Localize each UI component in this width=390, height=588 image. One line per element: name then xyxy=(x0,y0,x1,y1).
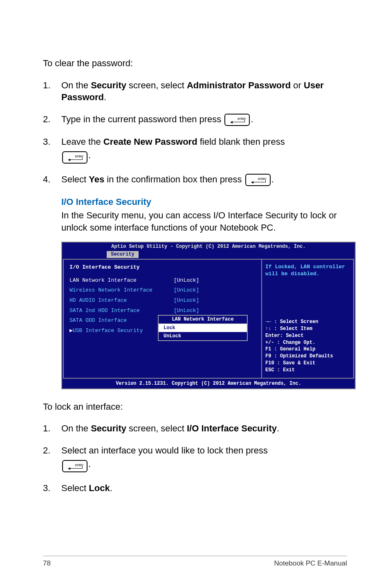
bios-item-label: SATA 2nd HDD Interface xyxy=(69,307,174,314)
bios-item-value: [UnLock] xyxy=(174,277,199,284)
bold-io-interface: I/O Interface Security xyxy=(187,423,277,433)
steps-list-1: On the Security screen, select Administr… xyxy=(43,79,347,186)
bold-security: Security xyxy=(91,423,126,433)
bios-popup-title: LAN Network Interface xyxy=(159,316,247,323)
bios-popup-option-unlock: UnLock xyxy=(159,332,247,340)
text: . xyxy=(271,174,274,184)
enter-key-icon xyxy=(62,151,87,164)
bios-key-line: F1 : General Help xyxy=(265,346,350,353)
step-3: Select Lock. xyxy=(43,482,347,494)
text: screen, select xyxy=(126,423,187,433)
intro-text-2: To lock an interface: xyxy=(43,401,347,413)
bios-item-value: [UnLock] xyxy=(174,287,199,294)
bios-item-label: Wireless Network Interface xyxy=(69,287,174,294)
text: . xyxy=(88,150,91,160)
text: screen, select xyxy=(126,80,187,90)
text: or xyxy=(291,80,304,90)
step-1: On the Security screen, select Administr… xyxy=(43,79,347,103)
bios-row: LAN Network Interface [UnLock] xyxy=(69,277,256,284)
bold-admin-pw: Administrator Password xyxy=(187,80,291,90)
enter-key-icon xyxy=(245,174,271,186)
enter-key-icon xyxy=(224,114,250,126)
bios-popup: LAN Network Interface Lock UnLock xyxy=(158,315,248,341)
bios-key-line: ESC : Exit xyxy=(265,367,350,374)
footer-title: Notebook PC E-Manual xyxy=(274,559,347,568)
text: Leave the xyxy=(61,137,103,147)
bios-item-label: LAN Network Interface xyxy=(69,277,174,284)
bios-right-panel: If Locked, LAN controller will be disabl… xyxy=(262,259,354,378)
step-2: Type in the current password then press … xyxy=(43,113,347,126)
intro-text: To clear the password: xyxy=(43,57,347,70)
text: On the xyxy=(61,423,91,433)
bios-item-value: [UnLock] xyxy=(174,297,199,304)
bios-screenshot: Aptio Setup Utility - Copyright (C) 2012… xyxy=(61,242,356,389)
text: . xyxy=(88,459,91,469)
bold-security: Security xyxy=(91,80,126,90)
bios-key-line: →← : Select Screen xyxy=(265,319,350,325)
bios-hint-text: If Locked, LAN controller will be disabl… xyxy=(265,264,350,278)
step-3: Leave the Create New Password field blan… xyxy=(43,136,347,164)
steps-list-2: On the Security screen, select I/O Inter… xyxy=(43,422,347,494)
step-4: Select Yes in the confirmation box then … xyxy=(43,173,347,186)
section-heading: I/O Interface Security xyxy=(61,196,347,208)
bios-body: I/O Interface Security LAN Network Inter… xyxy=(62,258,355,379)
bios-row: HD AUDIO Interface [UnLock] xyxy=(69,297,256,304)
bios-row: Wireless Network Interface [UnLock] xyxy=(69,287,256,294)
bios-panel-title: I/O Interface Security xyxy=(69,264,256,271)
arrow-icon: ▶ xyxy=(69,327,73,334)
step-2: Select an interface you would like to lo… xyxy=(43,444,347,472)
bios-popup-body: Lock UnLock xyxy=(159,324,247,340)
section-description: In the Security menu, you can access I/O… xyxy=(61,209,347,233)
bios-key-line: ↑↓ : Select Item xyxy=(265,325,350,332)
bios-left-panel: I/O Interface Security LAN Network Inter… xyxy=(63,259,262,378)
document-content: To clear the password: On the Security s… xyxy=(43,57,347,494)
text: . xyxy=(110,483,112,493)
enter-key-icon xyxy=(62,460,87,472)
bios-key-line: F9 : Optimized Defaults xyxy=(265,353,350,360)
bios-footer: Version 2.15.1231. Copyright (C) 2012 Am… xyxy=(62,379,355,388)
text: On the xyxy=(61,80,91,90)
text: . xyxy=(104,92,106,102)
bold-lock: Lock xyxy=(89,483,110,493)
step-1: On the Security screen, select I/O Inter… xyxy=(43,422,347,435)
bios-header: Aptio Setup Utility - Copyright (C) 2012… xyxy=(62,242,355,258)
text: . xyxy=(251,114,253,124)
bios-key-line: +/- : Change Opt. xyxy=(265,339,350,346)
bold-yes: Yes xyxy=(89,174,104,184)
page-number: 78 xyxy=(43,559,51,568)
text: . xyxy=(277,423,279,433)
bios-row: SATA 2nd HDD Interface [UnLock] xyxy=(69,307,256,314)
bios-key-line: F10 : Save & Exit xyxy=(265,360,350,367)
text: field blank then press xyxy=(197,137,285,147)
bios-key-line: Enter: Select xyxy=(265,332,350,339)
bios-header-text: Aptio Setup Utility - Copyright (C) 2012… xyxy=(111,244,305,249)
text: Select xyxy=(61,174,89,184)
text: Select an interface you would like to lo… xyxy=(61,445,268,456)
bios-popup-option-lock: Lock xyxy=(159,324,247,332)
text: in the confirmation box then press xyxy=(104,174,244,184)
text: Type in the current password then press xyxy=(61,114,224,124)
bold-create-new-pw: Create New Password xyxy=(103,137,197,147)
page-footer: 78 Notebook PC E-Manual xyxy=(43,556,347,568)
text: Select xyxy=(61,483,89,493)
bios-item-value: [UnLock] xyxy=(174,307,199,314)
bios-tab-security: Security xyxy=(107,251,139,258)
bios-item-label: HD AUDIO Interface xyxy=(69,297,174,304)
bios-key-legend: →← : Select Screen ↑↓ : Select Item Ente… xyxy=(265,319,350,373)
